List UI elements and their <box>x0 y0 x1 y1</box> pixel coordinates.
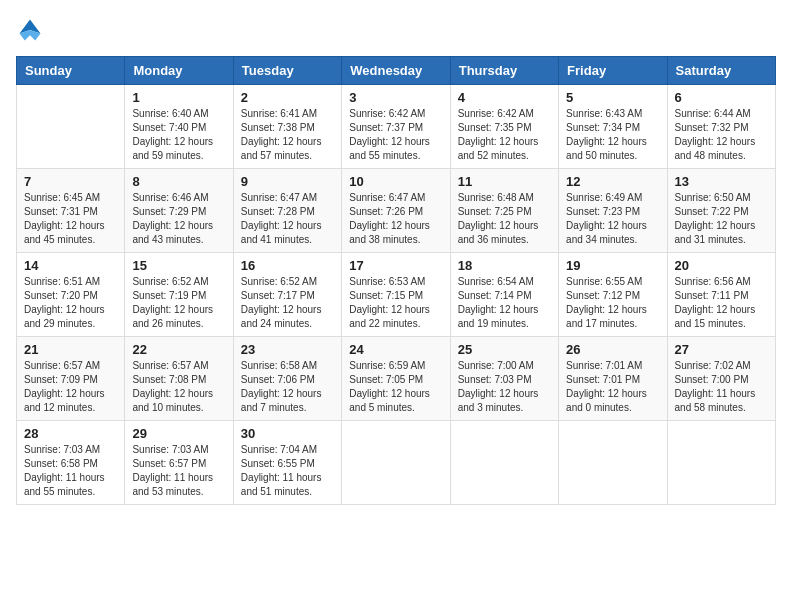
day-number: 29 <box>132 426 225 441</box>
day-info: Sunrise: 6:42 AM Sunset: 7:35 PM Dayligh… <box>458 107 551 163</box>
day-number: 20 <box>675 258 768 273</box>
calendar-cell: 15Sunrise: 6:52 AM Sunset: 7:19 PM Dayli… <box>125 253 233 337</box>
day-info: Sunrise: 7:03 AM Sunset: 6:57 PM Dayligh… <box>132 443 225 499</box>
day-number: 18 <box>458 258 551 273</box>
day-header: Sunday <box>17 57 125 85</box>
day-info: Sunrise: 7:00 AM Sunset: 7:03 PM Dayligh… <box>458 359 551 415</box>
calendar-cell: 27Sunrise: 7:02 AM Sunset: 7:00 PM Dayli… <box>667 337 775 421</box>
day-info: Sunrise: 6:50 AM Sunset: 7:22 PM Dayligh… <box>675 191 768 247</box>
day-number: 13 <box>675 174 768 189</box>
logo-icon <box>16 16 44 44</box>
calendar-cell: 6Sunrise: 6:44 AM Sunset: 7:32 PM Daylig… <box>667 85 775 169</box>
calendar-cell: 5Sunrise: 6:43 AM Sunset: 7:34 PM Daylig… <box>559 85 667 169</box>
day-number: 12 <box>566 174 659 189</box>
day-number: 9 <box>241 174 334 189</box>
calendar-week: 7Sunrise: 6:45 AM Sunset: 7:31 PM Daylig… <box>17 169 776 253</box>
calendar-cell: 3Sunrise: 6:42 AM Sunset: 7:37 PM Daylig… <box>342 85 450 169</box>
calendar-week: 1Sunrise: 6:40 AM Sunset: 7:40 PM Daylig… <box>17 85 776 169</box>
day-info: Sunrise: 6:53 AM Sunset: 7:15 PM Dayligh… <box>349 275 442 331</box>
calendar-cell: 30Sunrise: 7:04 AM Sunset: 6:55 PM Dayli… <box>233 421 341 505</box>
calendar-cell: 22Sunrise: 6:57 AM Sunset: 7:08 PM Dayli… <box>125 337 233 421</box>
page-header <box>16 16 776 44</box>
logo <box>16 16 48 44</box>
day-header: Wednesday <box>342 57 450 85</box>
calendar-cell: 26Sunrise: 7:01 AM Sunset: 7:01 PM Dayli… <box>559 337 667 421</box>
day-number: 15 <box>132 258 225 273</box>
day-header: Tuesday <box>233 57 341 85</box>
calendar-cell: 28Sunrise: 7:03 AM Sunset: 6:58 PM Dayli… <box>17 421 125 505</box>
calendar-week: 21Sunrise: 6:57 AM Sunset: 7:09 PM Dayli… <box>17 337 776 421</box>
day-number: 1 <box>132 90 225 105</box>
calendar-cell: 16Sunrise: 6:52 AM Sunset: 7:17 PM Dayli… <box>233 253 341 337</box>
day-number: 6 <box>675 90 768 105</box>
calendar-cell: 24Sunrise: 6:59 AM Sunset: 7:05 PM Dayli… <box>342 337 450 421</box>
calendar-cell <box>559 421 667 505</box>
calendar-cell: 9Sunrise: 6:47 AM Sunset: 7:28 PM Daylig… <box>233 169 341 253</box>
calendar-cell: 7Sunrise: 6:45 AM Sunset: 7:31 PM Daylig… <box>17 169 125 253</box>
day-header: Thursday <box>450 57 558 85</box>
day-info: Sunrise: 6:58 AM Sunset: 7:06 PM Dayligh… <box>241 359 334 415</box>
day-header: Monday <box>125 57 233 85</box>
day-number: 25 <box>458 342 551 357</box>
day-info: Sunrise: 6:59 AM Sunset: 7:05 PM Dayligh… <box>349 359 442 415</box>
day-number: 16 <box>241 258 334 273</box>
day-header: Friday <box>559 57 667 85</box>
day-number: 8 <box>132 174 225 189</box>
calendar-cell: 8Sunrise: 6:46 AM Sunset: 7:29 PM Daylig… <box>125 169 233 253</box>
day-info: Sunrise: 6:47 AM Sunset: 7:28 PM Dayligh… <box>241 191 334 247</box>
calendar-cell: 23Sunrise: 6:58 AM Sunset: 7:06 PM Dayli… <box>233 337 341 421</box>
day-number: 24 <box>349 342 442 357</box>
calendar-cell: 12Sunrise: 6:49 AM Sunset: 7:23 PM Dayli… <box>559 169 667 253</box>
calendar-cell: 21Sunrise: 6:57 AM Sunset: 7:09 PM Dayli… <box>17 337 125 421</box>
day-info: Sunrise: 6:48 AM Sunset: 7:25 PM Dayligh… <box>458 191 551 247</box>
calendar-cell: 17Sunrise: 6:53 AM Sunset: 7:15 PM Dayli… <box>342 253 450 337</box>
day-number: 10 <box>349 174 442 189</box>
day-info: Sunrise: 6:41 AM Sunset: 7:38 PM Dayligh… <box>241 107 334 163</box>
day-number: 22 <box>132 342 225 357</box>
day-info: Sunrise: 6:56 AM Sunset: 7:11 PM Dayligh… <box>675 275 768 331</box>
day-info: Sunrise: 7:03 AM Sunset: 6:58 PM Dayligh… <box>24 443 117 499</box>
day-number: 19 <box>566 258 659 273</box>
calendar-week: 28Sunrise: 7:03 AM Sunset: 6:58 PM Dayli… <box>17 421 776 505</box>
day-info: Sunrise: 6:43 AM Sunset: 7:34 PM Dayligh… <box>566 107 659 163</box>
calendar-cell: 2Sunrise: 6:41 AM Sunset: 7:38 PM Daylig… <box>233 85 341 169</box>
day-number: 27 <box>675 342 768 357</box>
calendar-cell <box>342 421 450 505</box>
day-number: 17 <box>349 258 442 273</box>
day-number: 7 <box>24 174 117 189</box>
day-info: Sunrise: 6:57 AM Sunset: 7:09 PM Dayligh… <box>24 359 117 415</box>
day-info: Sunrise: 7:02 AM Sunset: 7:00 PM Dayligh… <box>675 359 768 415</box>
day-number: 28 <box>24 426 117 441</box>
calendar-cell: 18Sunrise: 6:54 AM Sunset: 7:14 PM Dayli… <box>450 253 558 337</box>
day-header: Saturday <box>667 57 775 85</box>
calendar-cell: 13Sunrise: 6:50 AM Sunset: 7:22 PM Dayli… <box>667 169 775 253</box>
day-info: Sunrise: 6:47 AM Sunset: 7:26 PM Dayligh… <box>349 191 442 247</box>
day-info: Sunrise: 7:01 AM Sunset: 7:01 PM Dayligh… <box>566 359 659 415</box>
day-number: 2 <box>241 90 334 105</box>
day-info: Sunrise: 6:46 AM Sunset: 7:29 PM Dayligh… <box>132 191 225 247</box>
day-number: 14 <box>24 258 117 273</box>
calendar-cell: 10Sunrise: 6:47 AM Sunset: 7:26 PM Dayli… <box>342 169 450 253</box>
day-info: Sunrise: 6:51 AM Sunset: 7:20 PM Dayligh… <box>24 275 117 331</box>
day-info: Sunrise: 6:52 AM Sunset: 7:19 PM Dayligh… <box>132 275 225 331</box>
day-number: 3 <box>349 90 442 105</box>
day-info: Sunrise: 6:40 AM Sunset: 7:40 PM Dayligh… <box>132 107 225 163</box>
day-number: 30 <box>241 426 334 441</box>
calendar-header: SundayMondayTuesdayWednesdayThursdayFrid… <box>17 57 776 85</box>
day-number: 21 <box>24 342 117 357</box>
day-info: Sunrise: 6:57 AM Sunset: 7:08 PM Dayligh… <box>132 359 225 415</box>
header-row: SundayMondayTuesdayWednesdayThursdayFrid… <box>17 57 776 85</box>
day-number: 4 <box>458 90 551 105</box>
calendar-cell: 19Sunrise: 6:55 AM Sunset: 7:12 PM Dayli… <box>559 253 667 337</box>
day-info: Sunrise: 6:49 AM Sunset: 7:23 PM Dayligh… <box>566 191 659 247</box>
day-info: Sunrise: 6:55 AM Sunset: 7:12 PM Dayligh… <box>566 275 659 331</box>
calendar-cell: 29Sunrise: 7:03 AM Sunset: 6:57 PM Dayli… <box>125 421 233 505</box>
calendar-cell: 4Sunrise: 6:42 AM Sunset: 7:35 PM Daylig… <box>450 85 558 169</box>
calendar-cell <box>667 421 775 505</box>
day-number: 11 <box>458 174 551 189</box>
calendar-week: 14Sunrise: 6:51 AM Sunset: 7:20 PM Dayli… <box>17 253 776 337</box>
day-info: Sunrise: 6:45 AM Sunset: 7:31 PM Dayligh… <box>24 191 117 247</box>
calendar-cell: 20Sunrise: 6:56 AM Sunset: 7:11 PM Dayli… <box>667 253 775 337</box>
day-number: 5 <box>566 90 659 105</box>
day-info: Sunrise: 6:52 AM Sunset: 7:17 PM Dayligh… <box>241 275 334 331</box>
